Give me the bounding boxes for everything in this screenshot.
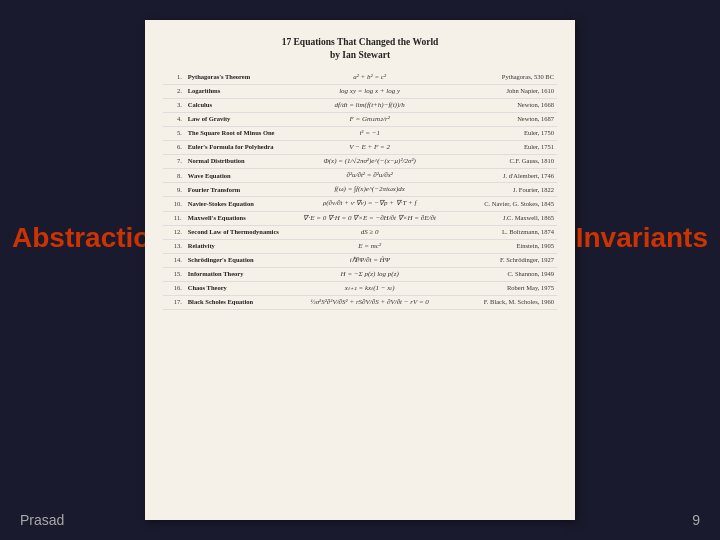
eq-number: 7.	[163, 155, 185, 169]
eq-formula: E = mc²	[291, 239, 448, 253]
eq-author: Pythagoras, 530 BC	[448, 71, 557, 85]
eq-name: Black Scholes Equation	[185, 296, 291, 310]
eq-author: J. Fourier, 1822	[448, 183, 557, 197]
eq-name: Second Law of Thermodynamics	[185, 225, 291, 239]
book-title: 17 Equations That Changed the World by I…	[163, 36, 557, 63]
eq-number: 12.	[163, 225, 185, 239]
eq-name: Fourier Transform	[185, 183, 291, 197]
eq-author: L. Boltzmann, 1874	[448, 225, 557, 239]
eq-author: John Napier, 1610	[448, 84, 557, 98]
table-row: 17. Black Scholes Equation ½σ²S²∂²V/∂S² …	[163, 296, 557, 310]
eq-author: Euler, 1751	[448, 141, 557, 155]
eq-author: F. Black, M. Scholes, 1960	[448, 296, 557, 310]
eq-number: 5.	[163, 126, 185, 140]
eq-author: J.C. Maxwell, 1865	[448, 211, 557, 225]
eq-number: 17.	[163, 296, 185, 310]
eq-author: C.F. Gauss, 1810	[448, 155, 557, 169]
eq-formula: F = Gm₁m₂/r²	[291, 112, 448, 126]
eq-name: Law of Gravity	[185, 112, 291, 126]
table-row: 3. Calculus df/dt = lim(f(t+h)−f(t))/h N…	[163, 98, 557, 112]
table-row: 7. Normal Distribution Φ(x) = (1/√2πσ²)e…	[163, 155, 557, 169]
eq-formula: iℏ∂Ψ/∂t = ĤΨ	[291, 253, 448, 267]
eq-name: Navier-Stokes Equation	[185, 197, 291, 211]
eq-number: 6.	[163, 141, 185, 155]
table-row: 4. Law of Gravity F = Gm₁m₂/r² Newton, 1…	[163, 112, 557, 126]
eq-formula: f(ω) = ∫f(x)e^(−2πiωx)dx	[291, 183, 448, 197]
table-row: 6. Euler's Formula for Polyhedra V − E +…	[163, 141, 557, 155]
eq-author: J. d'Alembert, 1746	[448, 169, 557, 183]
eq-number: 9.	[163, 183, 185, 197]
eq-name: Euler's Formula for Polyhedra	[185, 141, 291, 155]
eq-formula: log xy = log x + log y	[291, 84, 448, 98]
eq-number: 11.	[163, 211, 185, 225]
eq-name: Calculus	[185, 98, 291, 112]
table-row: 13. Relativity E = mc² Einstein, 1905	[163, 239, 557, 253]
eq-number: 2.	[163, 84, 185, 98]
table-row: 11. Maxwell's Equations ∇·E = 0 ∇·H = 0 …	[163, 211, 557, 225]
eq-number: 10.	[163, 197, 185, 211]
table-row: 12. Second Law of Thermodynamics dS ≥ 0 …	[163, 225, 557, 239]
table-row: 15. Information Theory H = −Σ p(z) log p…	[163, 267, 557, 281]
eq-name: The Square Root of Minus One	[185, 126, 291, 140]
presenter-name: Prasad	[20, 512, 64, 528]
equations-table: 1. Pythagoras's Theorem a² + b² = c² Pyt…	[163, 71, 557, 311]
eq-author: Robert May, 1975	[448, 282, 557, 296]
eq-formula: ½σ²S²∂²V/∂S² + rS∂V/∂S + ∂V/∂t − rV = 0	[291, 296, 448, 310]
eq-formula: dS ≥ 0	[291, 225, 448, 239]
table-row: 5. The Square Root of Minus One i² = −1 …	[163, 126, 557, 140]
eq-formula: ρ(∂v/∂t + v·∇v) = −∇p + ∇·T + f	[291, 197, 448, 211]
page-number: 9	[692, 512, 700, 528]
slide: Abstractions 17 Equations That Changed t…	[0, 0, 720, 540]
eq-author: Einstein, 1905	[448, 239, 557, 253]
eq-formula: V − E + F = 2	[291, 141, 448, 155]
eq-number: 16.	[163, 282, 185, 296]
eq-author: C. Navier, G. Stokes, 1845	[448, 197, 557, 211]
eq-author: C. Shannon, 1949	[448, 267, 557, 281]
eq-formula: xₜ₊₁ = kxₜ(1 − xₜ)	[291, 282, 448, 296]
eq-formula: i² = −1	[291, 126, 448, 140]
invariants-label: Invariants	[576, 224, 708, 252]
eq-number: 3.	[163, 98, 185, 112]
eq-number: 13.	[163, 239, 185, 253]
eq-name: Wave Equation	[185, 169, 291, 183]
eq-number: 15.	[163, 267, 185, 281]
eq-name: Normal Distribution	[185, 155, 291, 169]
eq-name: Pythagoras's Theorem	[185, 71, 291, 85]
eq-number: 1.	[163, 71, 185, 85]
eq-name: Information Theory	[185, 267, 291, 281]
eq-formula: ∇·E = 0 ∇·H = 0 ∇×E = −∂H/∂t ∇×H = ∂E/∂t	[291, 211, 448, 225]
eq-number: 4.	[163, 112, 185, 126]
eq-formula: ∂²u/∂t² = ∂²u/∂x²	[291, 169, 448, 183]
eq-formula: df/dt = lim(f(t+h)−f(t))/h	[291, 98, 448, 112]
eq-author: F. Schrödinger, 1927	[448, 253, 557, 267]
table-row: 16. Chaos Theory xₜ₊₁ = kxₜ(1 − xₜ) Robe…	[163, 282, 557, 296]
eq-name: Logarithms	[185, 84, 291, 98]
eq-name: Schrödinger's Equation	[185, 253, 291, 267]
eq-number: 8.	[163, 169, 185, 183]
eq-formula: a² + b² = c²	[291, 71, 448, 85]
eq-name: Maxwell's Equations	[185, 211, 291, 225]
eq-name: Chaos Theory	[185, 282, 291, 296]
table-row: 10. Navier-Stokes Equation ρ(∂v/∂t + v·∇…	[163, 197, 557, 211]
eq-author: Newton, 1668	[448, 98, 557, 112]
eq-formula: H = −Σ p(z) log p(z)	[291, 267, 448, 281]
book-page: 17 Equations That Changed the World by I…	[145, 20, 575, 520]
table-row: 2. Logarithms log xy = log x + log y Joh…	[163, 84, 557, 98]
eq-author: Euler, 1750	[448, 126, 557, 140]
eq-name: Relativity	[185, 239, 291, 253]
table-row: 1. Pythagoras's Theorem a² + b² = c² Pyt…	[163, 71, 557, 85]
eq-author: Newton, 1687	[448, 112, 557, 126]
eq-formula: Φ(x) = (1/√2πσ²)e^(−(x−μ)²/2σ²)	[291, 155, 448, 169]
table-row: 8. Wave Equation ∂²u/∂t² = ∂²u/∂x² J. d'…	[163, 169, 557, 183]
table-row: 14. Schrödinger's Equation iℏ∂Ψ/∂t = ĤΨ …	[163, 253, 557, 267]
table-row: 9. Fourier Transform f(ω) = ∫f(x)e^(−2πi…	[163, 183, 557, 197]
eq-number: 14.	[163, 253, 185, 267]
